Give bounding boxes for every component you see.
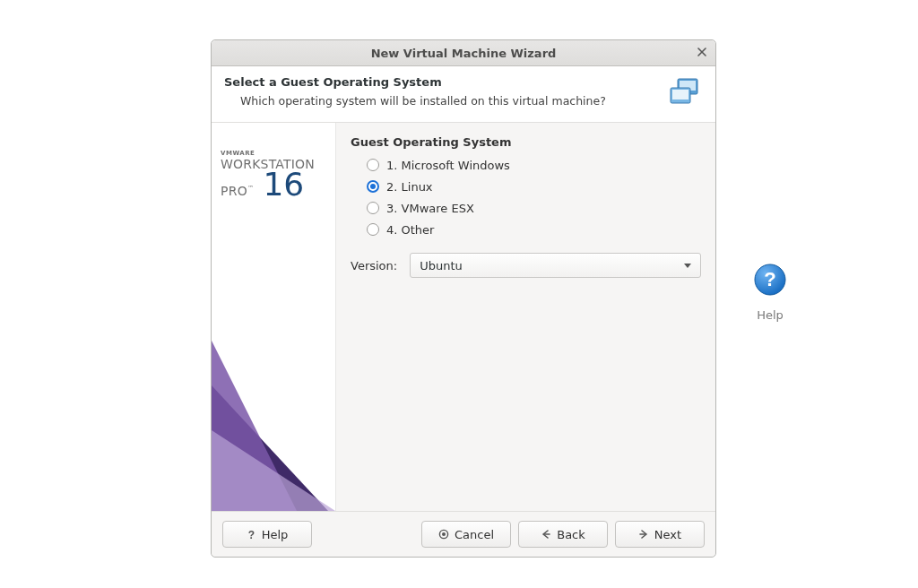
next-button[interactable]: Next bbox=[615, 521, 705, 548]
header-title: Select a Guest Operating System bbox=[224, 75, 656, 89]
svg-marker-10 bbox=[212, 430, 335, 511]
cancel-button[interactable]: Cancel bbox=[421, 521, 511, 548]
wizard-content: Guest Operating System 1. Microsoft Wind… bbox=[336, 123, 715, 511]
brand-pro: PRO™ bbox=[221, 184, 254, 198]
help-button-label: Help bbox=[262, 528, 289, 541]
sidebar-art bbox=[212, 287, 335, 511]
back-button-label: Back bbox=[557, 528, 585, 541]
guest-os-option-vmware-esx[interactable]: 3. VMware ESX bbox=[367, 197, 701, 219]
guest-os-option-label: 3. VMware ESX bbox=[386, 202, 474, 215]
guest-os-option-windows[interactable]: 1. Microsoft Windows bbox=[367, 154, 701, 176]
svg-rect-7 bbox=[672, 90, 688, 99]
arrow-right-icon bbox=[638, 529, 649, 540]
version-label: Version: bbox=[351, 259, 397, 272]
window-title: New Virtual Machine Wizard bbox=[371, 47, 557, 60]
sidebar-brand: VMWARE WORKSTATION PRO™ 16 bbox=[212, 150, 333, 199]
guest-os-option-other[interactable]: 4. Other bbox=[367, 219, 701, 240]
version-selected: Ubuntu bbox=[420, 259, 463, 272]
next-button-label: Next bbox=[654, 528, 681, 541]
cancel-button-label: Cancel bbox=[455, 528, 494, 541]
brand-vmware: VMWARE bbox=[221, 150, 333, 157]
brand-version: 16 bbox=[263, 170, 304, 199]
guest-os-section-title: Guest Operating System bbox=[351, 135, 701, 149]
guest-os-option-linux[interactable]: 2. Linux bbox=[367, 176, 701, 197]
guest-os-option-label: 4. Other bbox=[386, 223, 434, 237]
question-icon: ? bbox=[247, 529, 256, 540]
version-row: Version: Ubuntu bbox=[351, 253, 701, 278]
titlebar: New Virtual Machine Wizard bbox=[212, 40, 715, 66]
chevron-down-icon bbox=[684, 264, 691, 268]
monitors-icon bbox=[665, 75, 703, 113]
wizard-body: VMWARE WORKSTATION PRO™ 16 Guest Operati… bbox=[212, 123, 715, 511]
close-icon bbox=[697, 48, 706, 56]
help-button[interactable]: ? Help bbox=[222, 521, 312, 548]
radio-icon bbox=[367, 159, 379, 171]
cancel-icon bbox=[438, 529, 449, 540]
back-button[interactable]: Back bbox=[518, 521, 608, 548]
help-circle-icon: ? bbox=[754, 264, 786, 299]
radio-icon bbox=[367, 180, 379, 193]
wizard-header: Select a Guest Operating System Which op… bbox=[212, 66, 715, 123]
svg-marker-8 bbox=[212, 385, 328, 511]
wizard-footer: ? Help Cancel bbox=[212, 511, 715, 557]
floating-help[interactable]: ? Help bbox=[748, 264, 792, 322]
wizard-sidebar: VMWARE WORKSTATION PRO™ 16 bbox=[212, 123, 336, 511]
wizard-window: New Virtual Machine Wizard Select a Gues… bbox=[211, 39, 716, 558]
version-dropdown[interactable]: Ubuntu bbox=[410, 253, 701, 278]
svg-text:?: ? bbox=[248, 529, 255, 540]
header-subtitle: Which operating system will be installed… bbox=[224, 94, 656, 108]
arrow-left-icon bbox=[541, 529, 551, 540]
radio-icon bbox=[367, 202, 379, 214]
guest-os-radio-group: 1. Microsoft Windows 2. Linux 3. VMware … bbox=[351, 154, 701, 240]
svg-text:?: ? bbox=[764, 268, 775, 290]
svg-marker-9 bbox=[212, 341, 297, 511]
radio-icon bbox=[367, 223, 379, 236]
close-button[interactable] bbox=[694, 44, 710, 60]
svg-point-13 bbox=[442, 532, 446, 536]
floating-help-label: Help bbox=[757, 308, 784, 322]
guest-os-option-label: 1. Microsoft Windows bbox=[386, 159, 510, 172]
guest-os-option-label: 2. Linux bbox=[386, 180, 433, 194]
